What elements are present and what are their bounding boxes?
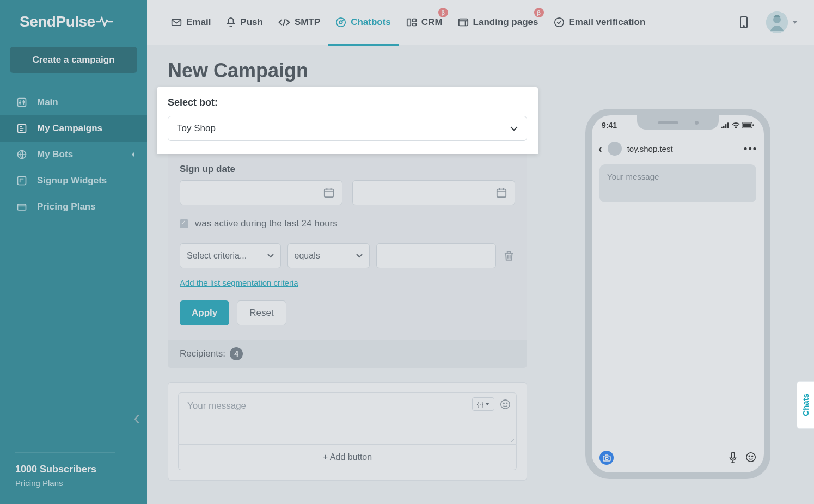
pricing-plans-link[interactable]: Pricing Plans — [15, 478, 115, 488]
back-icon[interactable]: ‹ — [598, 143, 602, 155]
sidebar-item-label: Pricing Plans — [37, 201, 96, 212]
brand-name: SendPulse — [20, 13, 95, 30]
nav-label: Email — [186, 17, 211, 28]
checkbox-label: was active during the last 24 hours — [195, 218, 338, 229]
svg-point-35 — [746, 453, 755, 462]
nav-push[interactable]: Push — [218, 0, 271, 45]
resize-handle-icon[interactable] — [509, 437, 515, 442]
add-button-button[interactable]: + Add button — [178, 445, 517, 470]
page-title: New Campaign — [168, 59, 790, 82]
nav-label: Push — [240, 17, 263, 28]
apply-button[interactable]: Apply — [180, 300, 229, 325]
svg-rect-5 — [18, 177, 26, 185]
landing-icon — [458, 17, 469, 27]
svg-point-23 — [506, 403, 507, 404]
select-bot-label: Select bot: — [168, 97, 527, 108]
caret-down-icon[interactable] — [792, 21, 798, 24]
svg-rect-6 — [18, 204, 26, 210]
pulse-icon — [96, 16, 113, 27]
active-checkbox-row[interactable]: was active during the last 24 hours — [180, 218, 515, 229]
reset-button[interactable]: Reset — [237, 300, 286, 325]
date-from-input[interactable] — [180, 180, 342, 205]
sidebar-item-main[interactable]: Main — [0, 89, 147, 115]
user-avatar[interactable] — [766, 11, 788, 33]
sidebar-item-my-bots[interactable]: My Bots — [0, 142, 147, 168]
variable-button[interactable]: {·} — [472, 397, 494, 411]
criteria-value-input[interactable] — [376, 243, 496, 268]
chats-side-tab[interactable]: Chats — [797, 381, 814, 429]
sidebar-item-my-campaigns[interactable]: My Campaigns — [0, 115, 147, 142]
svg-rect-11 — [413, 19, 416, 22]
svg-rect-20 — [497, 189, 506, 198]
condition-select[interactable]: equals — [287, 243, 370, 268]
nav-crm[interactable]: CRM β — [399, 0, 450, 45]
top-nav: Email Push SMTP Chatbots CRM β Landing p… — [147, 0, 814, 45]
nav-label: CRM — [421, 17, 443, 28]
chat-name: toy.shop.test — [627, 144, 738, 153]
mic-icon[interactable] — [728, 452, 738, 464]
collapse-sidebar-button[interactable] — [133, 414, 141, 425]
chevron-down-icon — [267, 254, 274, 258]
more-icon[interactable]: ••• — [744, 143, 757, 155]
svg-rect-19 — [325, 189, 333, 198]
svg-rect-27 — [727, 122, 729, 128]
battery-icon — [742, 122, 754, 128]
chevron-down-icon — [356, 254, 363, 258]
sidebar-nav: Main My Campaigns My Bots Signup Widgets… — [0, 89, 147, 504]
sidebar-item-label: Main — [37, 97, 58, 108]
chat-avatar — [608, 142, 622, 156]
mobile-icon[interactable] — [740, 16, 748, 28]
nav-email[interactable]: Email — [163, 0, 218, 45]
message-bubble: Your message — [599, 164, 756, 202]
camera-button[interactable] — [599, 451, 614, 465]
svg-point-1 — [19, 102, 21, 104]
svg-rect-30 — [743, 123, 751, 127]
beta-badge: β — [534, 8, 544, 17]
trash-icon[interactable] — [503, 249, 515, 262]
widget-icon — [16, 175, 27, 186]
svg-point-14 — [554, 18, 563, 27]
svg-rect-7 — [172, 19, 181, 26]
nav-landing-pages[interactable]: Landing pages β — [450, 0, 546, 45]
emoji-icon[interactable] — [500, 399, 511, 410]
nav-chatbots[interactable]: Chatbots — [328, 0, 399, 45]
sidebar-item-pricing-plans[interactable]: Pricing Plans — [0, 194, 147, 220]
subscribers-count: 1000 Subscribers — [15, 464, 115, 475]
message-textarea[interactable] — [179, 393, 516, 442]
nav-label: Email verification — [569, 17, 646, 28]
sidebar-item-signup-widgets[interactable]: Signup Widgets — [0, 168, 147, 194]
svg-rect-26 — [725, 124, 727, 128]
caret-left-icon — [132, 152, 135, 157]
svg-point-37 — [752, 456, 753, 457]
sidebar-footer: 1000 Subscribers Pricing Plans — [0, 452, 131, 488]
avatar-icon — [766, 11, 788, 33]
brand-logo[interactable]: SendPulse — [0, 0, 147, 47]
criteria-select[interactable]: Select criteria... — [180, 243, 281, 268]
svg-rect-25 — [723, 125, 725, 128]
calendar-icon — [496, 187, 507, 198]
recipients-badge: 4 — [230, 347, 243, 360]
nav-smtp[interactable]: SMTP — [271, 0, 328, 45]
chat-footer — [599, 451, 756, 465]
phone-preview: 9:41 ‹ toy.shop.test ••• Your message — [585, 109, 770, 479]
variable-label: {·} — [477, 400, 483, 408]
chatbot-icon — [335, 17, 346, 28]
nav-email-verification[interactable]: Email verification — [546, 0, 653, 45]
emoji-icon[interactable] — [745, 452, 756, 463]
email-icon — [171, 18, 182, 27]
svg-point-9 — [339, 21, 342, 23]
add-criteria-link[interactable]: Add the list segmentation criteria — [180, 278, 298, 287]
recipients-label: Recipients: — [180, 348, 225, 359]
card-icon — [16, 201, 27, 212]
svg-rect-32 — [603, 456, 610, 460]
sidebar-item-label: My Bots — [37, 149, 73, 160]
bot-select[interactable]: Toy Shop — [168, 116, 527, 141]
svg-rect-24 — [721, 126, 723, 128]
nav-label: Landing pages — [473, 17, 538, 28]
caret-down-icon — [485, 403, 489, 406]
create-campaign-button[interactable]: Create a campaign — [10, 47, 137, 73]
date-to-input[interactable] — [352, 180, 515, 205]
camera-icon — [603, 454, 611, 462]
svg-rect-12 — [413, 23, 416, 26]
campaign-icon — [16, 123, 27, 134]
